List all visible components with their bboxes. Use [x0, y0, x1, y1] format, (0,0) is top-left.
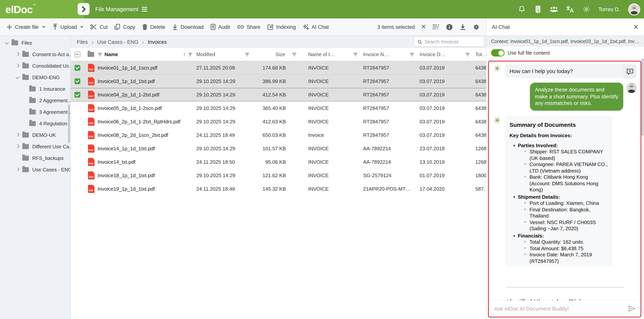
close-icon[interactable]: ✕: [633, 23, 639, 31]
sidebar-item-3-agreement[interactable]: 3 Agreement…: [0, 106, 70, 118]
table-row[interactable]: PDF Invoice01_1p_1d_1scn.pdf27.11.2025 2…: [71, 61, 486, 74]
table-row[interactable]: PDF Invoice04_2p_1d_1-2txt.pdf29.10.2025…: [71, 88, 486, 102]
chevron-right-icon: [80, 6, 87, 12]
table-row[interactable]: PDF Invoice14_1p_1d_1txt.pdf29.10.2025 1…: [71, 142, 486, 155]
column-header-invoice-date[interactable]: Invoice D…: [420, 52, 475, 57]
row-checkbox-checked[interactable]: [74, 92, 80, 98]
sidebar-item-2-aggrement[interactable]: 2 Aggrement…: [0, 94, 70, 106]
table-row[interactable]: PDF Invoice08_2p_2d_1scn_2txt.pdf24.11.2…: [71, 128, 486, 142]
view-list-icon[interactable]: [432, 23, 440, 30]
trash-icon: [142, 24, 148, 30]
pdf-file-icon: PDF: [88, 185, 94, 193]
filter-icon[interactable]: [245, 52, 250, 56]
row-checkbox-checked[interactable]: [74, 78, 80, 84]
app-switcher-button[interactable]: [78, 3, 90, 15]
filter-icon[interactable]: [98, 52, 102, 56]
filter-icon[interactable]: [410, 52, 414, 56]
breadcrumb-files[interactable]: Files: [77, 39, 88, 45]
organization-building-icon[interactable]: [534, 5, 542, 13]
user-name[interactable]: Torres D.: [598, 6, 620, 12]
filter-icon[interactable]: [465, 52, 470, 56]
select-all-checkbox[interactable]: [74, 52, 80, 57]
column-header-total[interactable]: Tot…: [475, 52, 486, 57]
assistant-summary-message: Summary of Documents Key Details from In…: [505, 116, 612, 267]
chevron-down-icon: [42, 26, 45, 28]
sidebar-item-rfs-backups[interactable]: RFS_backups: [0, 152, 70, 164]
table-row[interactable]: PDF Invoice05_2p_1d_1-2scn.pdf29.10.2025…: [71, 102, 486, 115]
create-file-button[interactable]: Create file: [3, 22, 48, 32]
sidebar-item-demo-eng[interactable]: DEMO-ENG: [0, 72, 70, 83]
pdf-file-icon: PDF: [88, 158, 94, 166]
filter-icon[interactable]: [292, 52, 297, 56]
chat-input[interactable]: [494, 306, 628, 312]
sidebar-scrollbar[interactable]: [68, 104, 70, 143]
ai-chat-button[interactable]: AI Chat: [299, 22, 332, 32]
info-icon[interactable]: [446, 23, 453, 30]
upload-button[interactable]: Upload: [48, 22, 87, 32]
chevron-right-icon[interactable]: [15, 52, 19, 56]
share-button[interactable]: Share: [234, 22, 264, 32]
column-header-modified[interactable]: Modified: [196, 52, 254, 57]
search-box[interactable]: [414, 37, 483, 47]
table-row[interactable]: PDF Invoice03_1p_1d_1txt.pdf29.10.2025 1…: [71, 74, 486, 88]
download-button[interactable]: Download: [169, 22, 207, 32]
table-row[interactable]: PDF Invoice14_txt.pdf24.11.2025 18:50 95…: [71, 155, 486, 169]
module-menu-icon[interactable]: [142, 6, 147, 13]
use-full-file-content-toggle[interactable]: [491, 49, 504, 56]
ai-assistant-icon: ✳: [492, 64, 502, 74]
pdf-file-icon: PDF: [88, 64, 94, 72]
chat-scrollbar[interactable]: [641, 58, 644, 136]
list-item: Shipper: RST SALES COMPANY (UK-based): [524, 149, 608, 162]
sort-ascending-icon[interactable]: ↑: [183, 52, 186, 57]
folder-icon: [22, 144, 29, 149]
settings-gear-icon[interactable]: [582, 5, 590, 13]
column-header-size[interactable]: Size: [254, 52, 308, 57]
table-row[interactable]: PDF Invoice19_1p_1d_1txt.pdf24.11.2025 1…: [71, 182, 486, 196]
chevron-right-icon[interactable]: [15, 144, 19, 148]
chevron-down-icon: [80, 26, 84, 28]
export-download-icon[interactable]: [459, 23, 466, 30]
column-header-invoice-number[interactable]: Invoice N…: [363, 52, 420, 57]
clear-selection-icon[interactable]: ✕: [421, 24, 426, 30]
sidebar-item-1-insurance[interactable]: 1 Insurance: [0, 83, 70, 94]
chevron-right-icon[interactable]: [15, 64, 19, 68]
sidebar-item-consolidated[interactable]: Consolidated Us…: [0, 60, 70, 72]
table-row[interactable]: PDF Invoice06_2p_1d_1-2txt_RptHdrs.pdf29…: [71, 115, 486, 128]
user-avatar[interactable]: [628, 3, 640, 15]
chevron-down-icon[interactable]: [15, 75, 19, 79]
table-row[interactable]: PDF Invoice18_1p_1d_1txt.pdf29.10.2025 1…: [71, 169, 486, 182]
send-icon[interactable]: [628, 304, 636, 313]
add-comment-button[interactable]: [623, 64, 637, 79]
row-checkbox-checked[interactable]: [74, 65, 80, 70]
users-group-icon[interactable]: [550, 5, 558, 13]
indexing-button[interactable]: Indexing: [264, 22, 299, 32]
search-input[interactable]: [424, 39, 480, 44]
sidebar-item-use-cases-eng[interactable]: Use Cases - ENG: [0, 164, 70, 175]
copy-button[interactable]: Copy: [111, 22, 139, 32]
column-header-type[interactable]: Name of t…: [308, 52, 363, 57]
sidebar-item-different-use-cases[interactable]: Different Use Ca…: [0, 141, 70, 152]
sidebar-item-demo-uk[interactable]: DEMO-UK: [0, 129, 70, 141]
cut-button[interactable]: Cut: [87, 22, 111, 32]
sidebar-item-files[interactable]: Files: [0, 37, 70, 48]
filter-icon[interactable]: [353, 52, 358, 56]
breadcrumb-use-cases[interactable]: Use Cases - ENG: [97, 39, 138, 45]
assistant-greeting-row: ✳ How can I help you today?: [492, 64, 637, 78]
filter-icon[interactable]: [188, 52, 192, 56]
notifications-bell-icon[interactable]: [518, 5, 526, 13]
chevron-right-icon[interactable]: [15, 168, 19, 172]
sidebar-item-consent[interactable]: Consent to Act a…: [0, 48, 70, 60]
folder-icon: [29, 86, 36, 91]
pdf-file-icon: PDF: [88, 131, 94, 139]
sidebar-item-4-regulation[interactable]: 4 Regulation…: [0, 118, 70, 129]
column-header-name[interactable]: Name ↑: [98, 52, 196, 57]
chevron-down-icon[interactable]: [4, 41, 8, 44]
chevron-right-icon[interactable]: [15, 133, 19, 137]
pdf-file-icon: PDF: [88, 172, 94, 180]
table-settings-gear-icon[interactable]: [473, 23, 480, 30]
delete-button[interactable]: Delete: [139, 22, 169, 32]
ai-chat-panel-header: AI Chat ✕: [486, 18, 644, 36]
chat-messages[interactable]: ✳ How can I help you today? Analyze thes…: [489, 62, 640, 300]
audit-button[interactable]: Audit: [207, 22, 234, 32]
translate-language-icon[interactable]: [566, 5, 574, 13]
